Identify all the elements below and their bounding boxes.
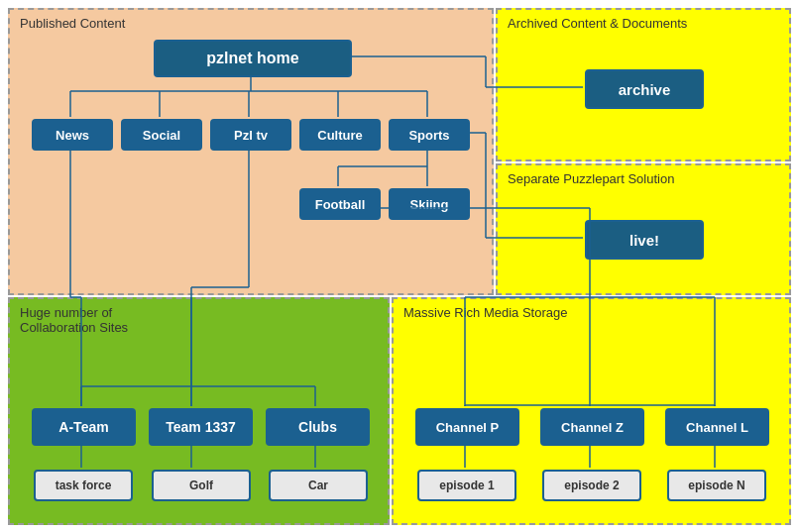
node-episode1: episode 1 xyxy=(417,470,516,501)
archived-content-section: Archived Content & Documents archive xyxy=(496,8,791,161)
node-golf: Golf xyxy=(152,470,251,501)
node-culture: Culture xyxy=(299,119,381,151)
node-live: live! xyxy=(585,220,704,260)
node-news: News xyxy=(32,119,113,151)
node-home: pzlnet home xyxy=(154,40,352,77)
node-social: Social xyxy=(121,119,202,151)
published-content-label: Published Content xyxy=(20,16,125,31)
node-ateam: A-Team xyxy=(32,408,136,446)
rich-media-label: Massive Rich Media Storage xyxy=(403,305,567,320)
node-team1337: Team 1337 xyxy=(149,408,253,446)
node-episoden: episode N xyxy=(667,470,766,501)
node-football: Football xyxy=(299,188,381,220)
node-taskforce: task force xyxy=(34,470,133,501)
separate-puzzlepart-label: Separate Puzzlepart Solution xyxy=(508,171,674,186)
main-container: Published Content pzlnet home News Socia… xyxy=(0,0,799,532)
node-episode2: episode 2 xyxy=(542,470,641,501)
node-channelp: Channel P xyxy=(415,408,519,446)
rich-media-section: Massive Rich Media Storage Channel P Cha… xyxy=(392,297,791,525)
node-skiing: Skiing xyxy=(389,188,470,220)
published-content-section: Published Content pzlnet home News Socia… xyxy=(8,8,494,295)
node-channell: Channel L xyxy=(665,408,769,446)
node-clubs: Clubs xyxy=(266,408,370,446)
node-car: Car xyxy=(269,470,368,501)
collaboration-sites-label: Huge number of Collaboration Sites xyxy=(20,305,128,335)
node-channelz: Channel Z xyxy=(540,408,644,446)
collaboration-sites-section: Huge number of Collaboration Sites A-Tea… xyxy=(8,297,390,525)
node-sports: Sports xyxy=(389,119,470,151)
node-pzltv: Pzl tv xyxy=(210,119,291,151)
node-archive: archive xyxy=(585,69,704,109)
archived-content-label: Archived Content & Documents xyxy=(508,16,687,31)
separate-puzzlepart-section: Separate Puzzlepart Solution live! xyxy=(496,163,791,295)
